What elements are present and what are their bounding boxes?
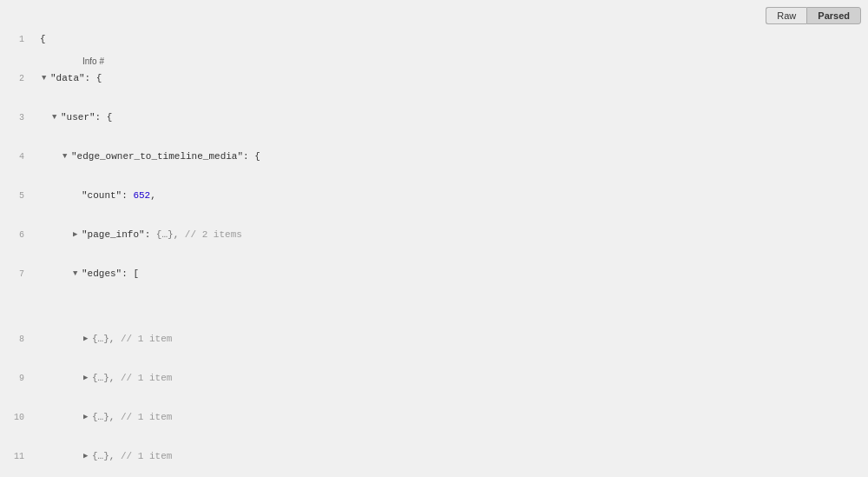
toggle-4[interactable] bbox=[62, 150, 71, 163]
toggle-7[interactable] bbox=[73, 268, 82, 281]
toggle-item[interactable] bbox=[83, 372, 92, 385]
line-number: 1 bbox=[7, 33, 31, 46]
line-number: 5 bbox=[7, 189, 31, 202]
list-item: 10 {…}, // 1 item bbox=[7, 411, 861, 424]
list-item: 8 {…}, // 1 item bbox=[7, 333, 861, 346]
line-number: 6 bbox=[7, 229, 31, 242]
toggle-1[interactable] bbox=[31, 33, 40, 46]
toggle-item[interactable] bbox=[83, 450, 92, 463]
toggle-3[interactable] bbox=[52, 111, 61, 124]
list-item: 11 {…}, // 1 item bbox=[7, 450, 861, 463]
line-2: 2 "data": { bbox=[7, 72, 861, 85]
line-5: 5 "count": 652, bbox=[7, 189, 861, 202]
line-6: 6 "page_info": {…}, // 2 items bbox=[7, 229, 861, 242]
toggle-2[interactable] bbox=[42, 72, 50, 85]
toolbar: Raw Parsed bbox=[766, 7, 861, 24]
raw-button[interactable]: Raw bbox=[766, 7, 806, 24]
toggle-5[interactable] bbox=[73, 189, 82, 202]
line-3: 3 "user": { bbox=[7, 111, 861, 124]
list-item: 9 {…}, // 1 item bbox=[7, 372, 861, 385]
line-4: 4 "edge_owner_to_timeline_media": { bbox=[7, 150, 861, 163]
line-number: 10 bbox=[7, 411, 31, 424]
line-number: 4 bbox=[7, 150, 31, 163]
line-number: 8 bbox=[7, 333, 31, 346]
json-viewer: 1 { 2 "data": { 3 "user": { 4 "edge_owne… bbox=[0, 0, 868, 477]
parsed-button[interactable]: Parsed bbox=[806, 7, 861, 24]
toggle-item[interactable] bbox=[83, 411, 92, 424]
line-number: 2 bbox=[7, 72, 31, 85]
toggle-6[interactable] bbox=[73, 229, 82, 242]
line-1: 1 { bbox=[7, 33, 861, 46]
info-bar: Info # bbox=[82, 56, 104, 66]
line-number: 3 bbox=[7, 111, 31, 124]
line-number: 11 bbox=[7, 450, 31, 463]
toggle-item[interactable] bbox=[83, 333, 92, 346]
line-number: 7 bbox=[7, 268, 31, 281]
line-7: 7 "edges": [ bbox=[7, 268, 861, 281]
line-number: 9 bbox=[7, 372, 31, 385]
